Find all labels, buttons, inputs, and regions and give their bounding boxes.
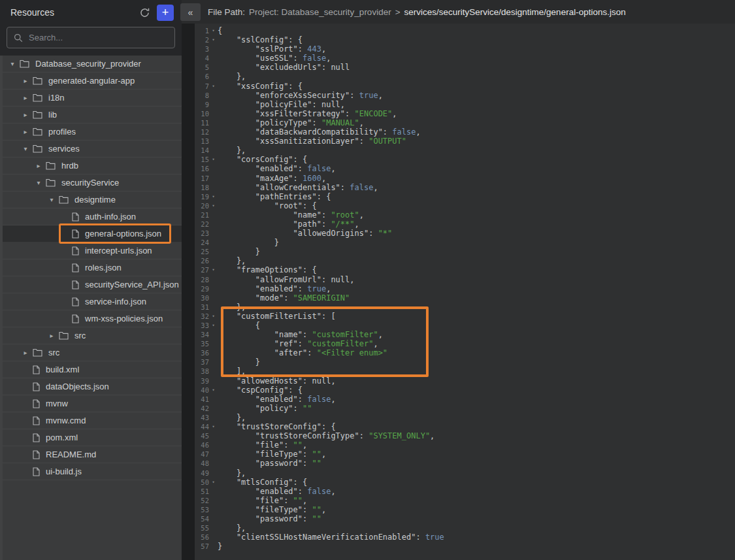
chevron-right-icon[interactable]: ▸	[21, 94, 30, 101]
code-text: "customFilterList": [	[218, 312, 336, 321]
add-resource-button[interactable]: +	[157, 5, 174, 21]
fold-arrow-icon[interactable]: ▾	[209, 82, 218, 91]
tree-item-src[interactable]: ▸src	[3, 327, 182, 344]
tree-item-auth-info.json[interactable]: auth-info.json	[3, 208, 182, 225]
fold-arrow-icon[interactable]: ▾	[209, 201, 218, 210]
tree-item-wm-xss-policies.json[interactable]: wm-xss-policies.json	[3, 310, 182, 327]
chevron-right-icon[interactable]: ▸	[21, 111, 30, 118]
code-line-37: 37 }	[195, 357, 735, 367]
tree-item-roles.json[interactable]: roles.json	[3, 259, 182, 276]
fold-arrow-icon[interactable]: ▾	[209, 422, 218, 431]
code-line-8: 8 "enforceXssSecurity": true,	[195, 91, 735, 100]
chevron-right-icon[interactable]: ▸	[21, 128, 30, 135]
code-text: },	[218, 256, 246, 265]
chevron-down-icon[interactable]: ▾	[21, 145, 30, 152]
line-number: 17	[195, 174, 209, 183]
code-text: "trustStoreConfigType": "SYSTEM_ONLY",	[218, 431, 434, 440]
tree-item-mvnw.cmd[interactable]: mvnw.cmd	[3, 412, 182, 429]
fold-arrow-icon[interactable]: ▾	[209, 192, 218, 201]
fold-gutter-spacer	[209, 487, 218, 496]
code-text: "policyFile": null,	[218, 100, 345, 109]
tree-item-pom.xml[interactable]: pom.xml	[3, 429, 182, 446]
tree-item-service-info.json[interactable]: service-info.json	[3, 293, 182, 310]
fold-gutter-spacer	[209, 459, 218, 468]
code-text: "name": "root",	[218, 210, 364, 220]
code-editor[interactable]: 1▾{2▾ "sslConfig": {3 "sslPort": 443,4 "…	[195, 24, 735, 560]
file-icon	[72, 246, 79, 255]
editor-body: 1▾{2▾ "sslConfig": {3 "sslPort": 443,4 "…	[182, 24, 735, 560]
chevron-down-icon[interactable]: ▾	[47, 196, 56, 203]
resources-panel-header: Resources +	[0, 0, 182, 56]
fold-gutter-spacer	[209, 54, 218, 63]
tree-item-services[interactable]: ▾services	[3, 140, 182, 157]
tree-item-label: designtime	[74, 195, 116, 205]
line-number: 52	[195, 496, 209, 505]
fold-arrow-icon[interactable]: ▾	[209, 265, 218, 274]
line-number: 9	[195, 100, 209, 109]
tree-item-i18n[interactable]: ▸i18n	[3, 90, 182, 107]
fold-arrow-icon[interactable]: ▾	[209, 155, 218, 164]
code-line-19: 19▾ "pathEntries": {	[195, 192, 735, 201]
chevron-down-icon[interactable]: ▾	[34, 179, 43, 186]
tree-item-src[interactable]: ▸src	[3, 344, 182, 361]
tree-item-lib[interactable]: ▸lib	[3, 107, 182, 124]
chevron-down-icon[interactable]: ▾	[8, 60, 17, 67]
tree-item-generated-angular-app[interactable]: ▸generated-angular-app	[3, 73, 182, 90]
tree-item-label: wm-xss-policies.json	[85, 314, 163, 323]
code-text: ],	[218, 367, 246, 376]
chevron-right-icon[interactable]: ▸	[21, 349, 30, 356]
chevron-right-icon[interactable]: ▸	[34, 162, 43, 169]
tree-item-label: general-options.json	[85, 229, 161, 239]
tree-item-dataObjects.json[interactable]: dataObjects.json	[3, 378, 182, 395]
collapse-sidebar-button[interactable]: «	[180, 3, 201, 21]
code-line-11: 11 "policyType": "MANUAL",	[195, 118, 735, 127]
tree-item-general-options.json[interactable]: general-options.json	[3, 225, 182, 242]
fold-arrow-icon[interactable]: ▾	[209, 26, 218, 35]
folder-icon	[46, 178, 56, 187]
tree-item-mvnw[interactable]: mvnw	[3, 395, 182, 412]
line-number: 53	[195, 505, 209, 514]
folder-icon	[33, 76, 42, 85]
refresh-button[interactable]	[137, 5, 152, 20]
line-number: 35	[195, 339, 209, 348]
fold-arrow-icon[interactable]: ▾	[209, 321, 218, 330]
tree-item-profiles[interactable]: ▸profiles	[3, 124, 182, 140]
tree-item-hrdb[interactable]: ▸hrdb	[3, 157, 182, 174]
code-line-50: 50▾ "mtlsConfig": {	[195, 478, 735, 487]
chevron-right-icon[interactable]: ▸	[21, 77, 30, 84]
line-number: 22	[195, 220, 209, 229]
tree-item-label: Database_security_provider	[35, 59, 141, 69]
panel-title: Resources	[10, 7, 137, 18]
chevron-right-icon[interactable]: ▸	[47, 332, 56, 339]
line-number: 54	[195, 514, 209, 523]
tree-item-label: securityService	[61, 178, 119, 188]
app-window: Resources +	[0, 0, 735, 560]
line-number: 23	[195, 229, 209, 238]
fold-arrow-icon[interactable]: ▾	[209, 478, 218, 487]
code-line-12: 12 "dataBackwardCompatibility": false,	[195, 127, 735, 137]
folder-icon	[59, 331, 69, 340]
search-input[interactable]	[29, 33, 168, 42]
fold-arrow-icon[interactable]: ▾	[209, 386, 218, 395]
fold-arrow-icon[interactable]: ▾	[209, 312, 218, 321]
tree-item-securityService[interactable]: ▾securityService	[3, 174, 182, 191]
tree-item-intercept-urls.json[interactable]: intercept-urls.json	[3, 242, 182, 259]
code-text: "cspConfig": {	[218, 386, 302, 395]
file-icon	[33, 382, 40, 391]
tree-item-README.md[interactable]: README.md	[3, 446, 182, 463]
fold-arrow-icon[interactable]: ▾	[209, 35, 218, 44]
resource-tree: ▾Database_security_provider▸generated-an…	[0, 56, 182, 560]
tree-item-securityService_API.json[interactable]: securityService_API.json	[3, 276, 182, 293]
code-text: "file": "",	[218, 440, 307, 450]
tree-item-build.xml[interactable]: build.xml	[3, 361, 182, 378]
folder-icon	[33, 93, 42, 102]
tree-item-designtime[interactable]: ▾designtime	[3, 191, 182, 208]
fold-gutter-spacer	[209, 469, 218, 478]
code-line-14: 14 },	[195, 146, 735, 155]
file-icon	[72, 229, 79, 239]
folder-icon	[20, 59, 29, 68]
tree-item-ui-build.js[interactable]: ui-build.js	[3, 463, 182, 480]
tree-item-label: i18n	[48, 93, 65, 103]
tree-item-Database_security_provider[interactable]: ▾Database_security_provider	[3, 56, 182, 73]
tree-item-label: src	[48, 348, 59, 357]
